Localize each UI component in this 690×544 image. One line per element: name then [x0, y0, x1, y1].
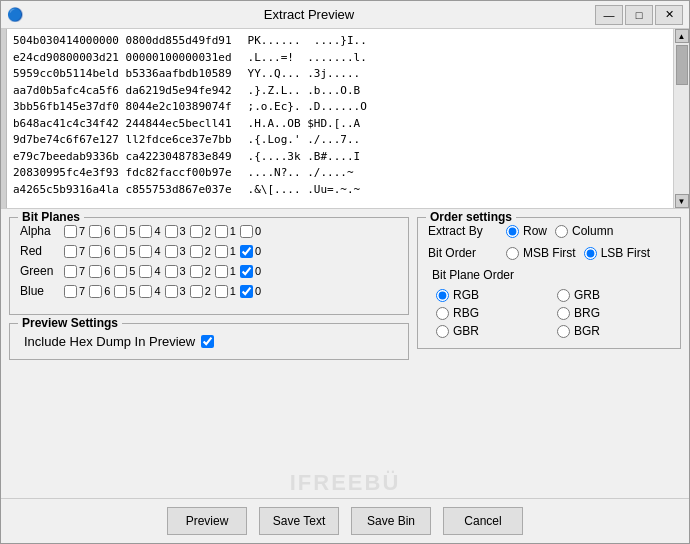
bit-num-blue-6: 6: [104, 285, 110, 297]
bit-num-blue-4: 4: [154, 285, 160, 297]
bit-checkbox-green-7[interactable]: [64, 265, 77, 278]
bit-row-green: Green76543210: [20, 264, 398, 278]
bit-checkbox-blue-5[interactable]: [114, 285, 127, 298]
bit-num-red-3: 3: [180, 245, 186, 257]
bit-cell-blue-7: 7: [64, 285, 85, 298]
bit-cell-alpha-4: 4: [139, 225, 160, 238]
bit-checkbox-red-6[interactable]: [89, 245, 102, 258]
bpo-radio-grb[interactable]: [557, 289, 570, 302]
bit-checkbox-alpha-6[interactable]: [89, 225, 102, 238]
bit-checkbox-green-2[interactable]: [190, 265, 203, 278]
bit-num-blue-7: 7: [79, 285, 85, 297]
hex-dump-checkbox[interactable]: [201, 335, 214, 348]
bit-checkbox-blue-1[interactable]: [215, 285, 228, 298]
bit-num-red-0: 0: [255, 245, 261, 257]
bit-checkbox-green-6[interactable]: [89, 265, 102, 278]
bit-checkbox-alpha-4[interactable]: [139, 225, 152, 238]
bit-checkbox-blue-0[interactable]: [240, 285, 253, 298]
bit-cell-red-5: 5: [114, 245, 135, 258]
bit-num-green-2: 2: [205, 265, 211, 277]
bit-order-label: Bit Order: [428, 246, 498, 260]
bit-cell-green-0: 0: [240, 265, 261, 278]
bit-checkbox-red-5[interactable]: [114, 245, 127, 258]
extract-column-radio[interactable]: [555, 225, 568, 238]
bit-num-alpha-6: 6: [104, 225, 110, 237]
bit-cell-blue-0: 0: [240, 285, 261, 298]
bit-cell-blue-1: 1: [215, 285, 236, 298]
bit-planes-label: Bit Planes: [18, 210, 84, 224]
bpo-radio-rbg[interactable]: [436, 307, 449, 320]
save-text-button[interactable]: Save Text: [259, 507, 339, 535]
bit-checkbox-green-5[interactable]: [114, 265, 127, 278]
save-bin-button[interactable]: Save Bin: [351, 507, 431, 535]
bit-checkbox-red-3[interactable]: [165, 245, 178, 258]
bit-num-alpha-5: 5: [129, 225, 135, 237]
bit-checkbox-alpha-5[interactable]: [114, 225, 127, 238]
msb-group: MSB First: [506, 246, 576, 260]
bpo-radio-brg[interactable]: [557, 307, 570, 320]
bit-checkbox-red-4[interactable]: [139, 245, 152, 258]
controls-area: Bit Planes Alpha76543210Red76543210Green…: [1, 209, 689, 498]
bit-checkbox-green-4[interactable]: [139, 265, 152, 278]
extract-by-label: Extract By: [428, 224, 498, 238]
preview-text: 504b030414000000 0800dd855d49fd91 e24cd9…: [7, 29, 673, 208]
bpo-option-rgb: RGB: [436, 288, 549, 302]
bit-checkbox-alpha-2[interactable]: [190, 225, 203, 238]
scroll-down-arrow[interactable]: ▼: [675, 194, 689, 208]
bit-num-alpha-3: 3: [180, 225, 186, 237]
bit-checkbox-blue-2[interactable]: [190, 285, 203, 298]
preview-hex: 504b030414000000 0800dd855d49fd91 e24cd9…: [13, 33, 232, 204]
bit-checkbox-alpha-3[interactable]: [165, 225, 178, 238]
bit-checkbox-green-3[interactable]: [165, 265, 178, 278]
bit-checkbox-blue-6[interactable]: [89, 285, 102, 298]
extract-by-row: Extract By Row Column: [428, 224, 670, 238]
bit-checkbox-red-1[interactable]: [215, 245, 228, 258]
bit-checkbox-alpha-0[interactable]: [240, 225, 253, 238]
right-panel: Order settings Extract By Row Column: [417, 217, 681, 490]
bit-num-green-5: 5: [129, 265, 135, 277]
bpo-option-brg: BRG: [557, 306, 670, 320]
bit-cell-red-6: 6: [89, 245, 110, 258]
bit-cell-red-3: 3: [165, 245, 186, 258]
bit-cell-green-5: 5: [114, 265, 135, 278]
bit-checkbox-green-0[interactable]: [240, 265, 253, 278]
bit-checkbox-alpha-1[interactable]: [215, 225, 228, 238]
preview-button[interactable]: Preview: [167, 507, 247, 535]
bpo-option-rbg: RBG: [436, 306, 549, 320]
bpo-radio-gbr[interactable]: [436, 325, 449, 338]
bit-num-green-7: 7: [79, 265, 85, 277]
bit-checkbox-blue-4[interactable]: [139, 285, 152, 298]
app-icon: 🔵: [7, 7, 23, 23]
minimize-button[interactable]: —: [595, 5, 623, 25]
bit-cell-blue-3: 3: [165, 285, 186, 298]
extract-row-group: Row: [506, 224, 547, 238]
bit-checkbox-red-2[interactable]: [190, 245, 203, 258]
bit-num-blue-1: 1: [230, 285, 236, 297]
extract-row-radio[interactable]: [506, 225, 519, 238]
hex-dump-row: Include Hex Dump In Preview: [20, 334, 398, 349]
bpo-radio-rgb[interactable]: [436, 289, 449, 302]
bit-num-blue-3: 3: [180, 285, 186, 297]
bit-checkbox-red-7[interactable]: [64, 245, 77, 258]
maximize-button[interactable]: □: [625, 5, 653, 25]
bit-num-alpha-0: 0: [255, 225, 261, 237]
bit-num-alpha-4: 4: [154, 225, 160, 237]
bit-cell-alpha-3: 3: [165, 225, 186, 238]
bit-checkbox-blue-7[interactable]: [64, 285, 77, 298]
bit-checkbox-green-1[interactable]: [215, 265, 228, 278]
bit-checkbox-red-0[interactable]: [240, 245, 253, 258]
scroll-thumb[interactable]: [676, 45, 688, 85]
msb-first-radio[interactable]: [506, 247, 519, 260]
bit-row-blue: Blue76543210: [20, 284, 398, 298]
scroll-up-arrow[interactable]: ▲: [675, 29, 689, 43]
bit-num-red-2: 2: [205, 245, 211, 257]
bpo-radio-bgr[interactable]: [557, 325, 570, 338]
bit-checkbox-blue-3[interactable]: [165, 285, 178, 298]
bit-checkbox-alpha-7[interactable]: [64, 225, 77, 238]
cancel-button[interactable]: Cancel: [443, 507, 523, 535]
bit-planes-group: Bit Planes Alpha76543210Red76543210Green…: [9, 217, 409, 315]
bit-num-red-6: 6: [104, 245, 110, 257]
lsb-first-radio[interactable]: [584, 247, 597, 260]
hex-dump-text: Include Hex Dump In Preview: [24, 334, 195, 349]
close-button[interactable]: ✕: [655, 5, 683, 25]
